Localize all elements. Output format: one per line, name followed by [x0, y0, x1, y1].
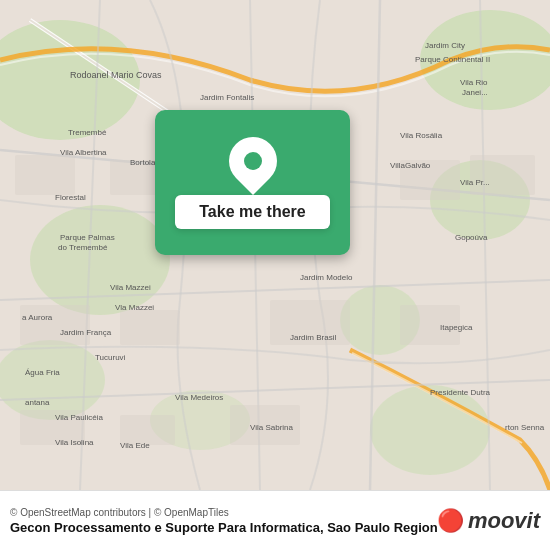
svg-text:Rodoanel Mario Covas: Rodoanel Mario Covas: [70, 70, 162, 80]
take-me-there-button[interactable]: Take me there: [175, 195, 329, 229]
svg-rect-22: [470, 155, 535, 195]
moovit-icon: 🔴: [437, 508, 464, 534]
svg-text:Presidente Dutra: Presidente Dutra: [430, 388, 491, 397]
svg-text:Jardim França: Jardim França: [60, 328, 112, 337]
svg-text:Vila Mazzei: Vila Mazzei: [110, 283, 151, 292]
svg-text:Água Fria: Água Fria: [25, 368, 60, 377]
svg-point-6: [0, 340, 105, 420]
svg-text:Vila Sabrina: Vila Sabrina: [250, 423, 294, 432]
moovit-logo: 🔴 moovit: [437, 508, 540, 534]
svg-text:Janei...: Janei...: [462, 88, 488, 97]
svg-text:Tucuruvi: Tucuruvi: [95, 353, 126, 362]
svg-text:do Tremembé: do Tremembé: [58, 243, 108, 252]
svg-text:Vila Rosália: Vila Rosália: [400, 131, 443, 140]
location-card: Take me there: [155, 110, 350, 255]
svg-text:Florestal: Florestal: [55, 193, 86, 202]
svg-rect-23: [20, 305, 90, 345]
svg-text:Vila Isolina: Vila Isolina: [55, 438, 94, 447]
svg-text:Gopoúva: Gopoúva: [455, 233, 488, 242]
bottom-bar: © OpenStreetMap contributors | © OpenMap…: [0, 490, 550, 550]
svg-text:Vila Pr...: Vila Pr...: [460, 178, 490, 187]
location-name: Gecon Processamento e Suporte Para Infor…: [10, 520, 438, 535]
svg-text:Vila Medeiros: Vila Medeiros: [175, 393, 223, 402]
svg-text:Jardim Fontalis: Jardim Fontalis: [200, 93, 254, 102]
svg-rect-24: [120, 310, 180, 345]
svg-text:rton Senna: rton Senna: [505, 423, 545, 432]
svg-text:Vila Paulicéia: Vila Paulicéia: [55, 413, 103, 422]
svg-text:Vila Albertina: Vila Albertina: [60, 148, 107, 157]
svg-text:Vila Rio: Vila Rio: [460, 78, 488, 87]
map-container: Rodoanel Mario Covas Jardim City Parque …: [0, 0, 550, 490]
svg-text:Jardim Modelo: Jardim Modelo: [300, 273, 353, 282]
pin-icon: [219, 127, 287, 195]
svg-text:Parque Palmas: Parque Palmas: [60, 233, 115, 242]
svg-text:Itapegica: Itapegica: [440, 323, 473, 332]
svg-text:Vla Mazzei: Vla Mazzei: [115, 303, 154, 312]
svg-point-8: [370, 385, 490, 475]
svg-text:Tremembé: Tremembé: [68, 128, 107, 137]
svg-text:Parque Continental II: Parque Continental II: [415, 55, 490, 64]
svg-text:Jardim Brasil: Jardim Brasil: [290, 333, 336, 342]
svg-text:Jardim City: Jardim City: [425, 41, 465, 50]
svg-text:VillaGalvão: VillaGalvão: [390, 161, 431, 170]
moovit-brand-text: moovit: [468, 508, 540, 534]
svg-text:a Aurora: a Aurora: [22, 313, 53, 322]
svg-text:Vila Ede: Vila Ede: [120, 441, 150, 450]
svg-rect-18: [15, 155, 75, 195]
svg-text:antana: antana: [25, 398, 50, 407]
